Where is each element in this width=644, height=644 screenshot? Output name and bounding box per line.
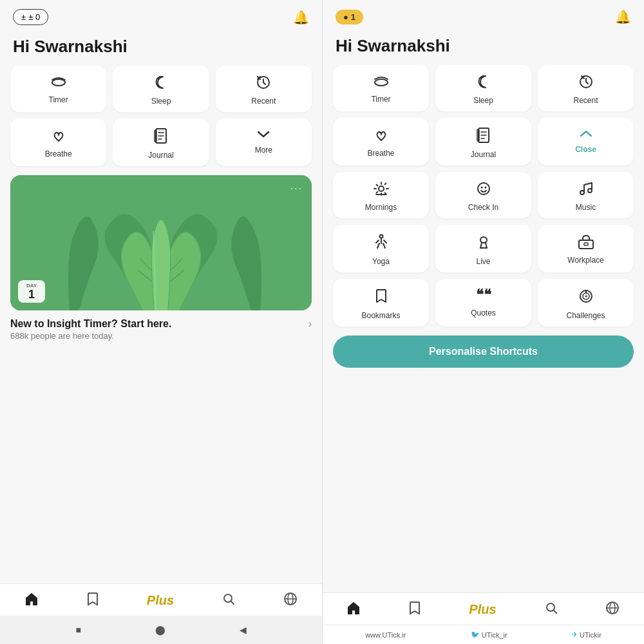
- journal-icon-r: [477, 127, 491, 146]
- svg-point-18: [580, 191, 584, 194]
- journal-icon: [154, 128, 168, 147]
- svg-point-20: [379, 235, 383, 238]
- search-icon: [222, 592, 235, 609]
- shortcut-live[interactable]: Live: [435, 225, 531, 272]
- sleep-label-r: Sleep: [473, 96, 493, 105]
- svg-point-17: [484, 187, 486, 189]
- shortcut-sleep-r[interactable]: Sleep: [435, 65, 531, 111]
- svg-point-6: [224, 594, 232, 602]
- coin-badge[interactable]: ● 1: [336, 10, 363, 24]
- footer-branding: www.UTick.ir 🐦 UTick_ir ✈ UTickir: [323, 625, 644, 644]
- telegram-brand: ✈ UTickir: [572, 630, 601, 639]
- svg-rect-21: [579, 240, 593, 249]
- score-icon: ±: [21, 12, 26, 22]
- right-plus-icon: Plus: [469, 602, 496, 617]
- card-title[interactable]: New to Insight Timer? Start here. ›: [10, 318, 312, 330]
- right-nav-bookmarks[interactable]: [409, 601, 421, 618]
- score-badge[interactable]: ± ± 0: [13, 9, 48, 25]
- bookmark-icon: [87, 592, 99, 609]
- right-shortcuts-grid: Timer Sleep: [323, 65, 644, 327]
- nav-plus[interactable]: Plus: [147, 593, 174, 608]
- right-bookmark-icon: [409, 601, 421, 618]
- svg-point-16: [480, 187, 482, 189]
- challenges-label: Challenges: [566, 311, 605, 320]
- bookmarks-label-r: Bookmarks: [361, 311, 400, 320]
- breathe-label-r: Breathe: [367, 149, 394, 158]
- recent-icon-r: [578, 74, 594, 92]
- music-label: Music: [576, 203, 596, 212]
- left-scroll-area: Timer Sleep: [0, 66, 322, 583]
- shortcut-quotes[interactable]: ❝❝ Quotes: [435, 279, 531, 327]
- shortcut-close[interactable]: Close: [538, 118, 634, 166]
- notification-bell-icon[interactable]: 🔔: [293, 10, 309, 25]
- sleep-label: Sleep: [151, 97, 171, 106]
- recent-label: Recent: [251, 97, 276, 106]
- nav-community[interactable]: [283, 592, 298, 609]
- system-nav: ■ ⬤ ◀: [0, 616, 322, 644]
- shortcut-yoga[interactable]: Yoga: [333, 225, 429, 272]
- journal-label: Journal: [148, 151, 173, 160]
- timer-icon: [50, 75, 68, 91]
- shortcut-journal-r[interactable]: Journal: [435, 118, 531, 166]
- right-notification-bell-icon[interactable]: 🔔: [615, 9, 631, 24]
- sys-back-icon[interactable]: ◀: [240, 625, 247, 635]
- shortcut-bookmarks-r[interactable]: Bookmarks: [333, 279, 429, 327]
- journal-label-r: Journal: [471, 150, 496, 159]
- svg-point-19: [588, 189, 592, 193]
- shortcut-checkin[interactable]: Check In: [435, 172, 531, 218]
- shortcut-mornings[interactable]: Mornings: [333, 172, 429, 218]
- close-label: Close: [575, 145, 596, 154]
- shortcut-timer-r[interactable]: Timer: [333, 65, 429, 111]
- right-nav-home[interactable]: [346, 601, 361, 618]
- challenges-icon: [578, 288, 594, 307]
- timer-icon-r: [372, 74, 390, 91]
- left-panel: ± ± 0 🔔 Hi Swarnakshi Timer: [0, 0, 322, 644]
- right-panel: ● 1 🔔 Hi Swarnakshi Timer: [322, 0, 644, 644]
- shortcut-breathe[interactable]: Breathe: [10, 118, 106, 166]
- shortcut-music[interactable]: Music: [538, 172, 634, 218]
- nav-search[interactable]: [222, 592, 235, 609]
- right-community-icon: [605, 601, 620, 618]
- shortcut-more[interactable]: More: [216, 118, 312, 166]
- sleep-icon: [154, 75, 168, 93]
- shortcut-timer[interactable]: Timer: [10, 66, 106, 112]
- shortcut-workplace[interactable]: Workplace: [538, 225, 634, 272]
- timer-label: Timer: [49, 95, 68, 104]
- right-nav-plus[interactable]: Plus: [469, 602, 496, 617]
- right-bottom-nav: Plus: [323, 592, 644, 625]
- timer-label-r: Timer: [371, 95, 390, 104]
- score-value: ± 0: [28, 12, 40, 22]
- shortcut-recent-r[interactable]: Recent: [538, 65, 634, 111]
- svg-point-10: [375, 79, 388, 86]
- twitter-brand: 🐦 UTick_ir: [471, 630, 507, 639]
- nav-home[interactable]: [24, 592, 39, 609]
- right-nav-search[interactable]: [545, 601, 558, 618]
- sys-square-icon[interactable]: ■: [75, 625, 80, 635]
- right-search-icon: [545, 601, 558, 618]
- right-nav-community[interactable]: [605, 601, 620, 618]
- svg-point-15: [478, 183, 489, 194]
- svg-point-0: [52, 79, 65, 86]
- personalise-shortcuts-button[interactable]: Personalise Shortcuts: [333, 336, 634, 368]
- breathe-label: Breathe: [45, 149, 72, 158]
- nav-bookmarks[interactable]: [87, 592, 99, 609]
- shortcut-breathe-r[interactable]: Breathe: [333, 118, 429, 166]
- svg-point-26: [585, 296, 587, 298]
- shortcut-journal[interactable]: Journal: [113, 118, 209, 166]
- left-header: ± ± 0 🔔: [0, 0, 322, 32]
- svg-rect-22: [584, 243, 588, 245]
- right-scroll-area: Timer Sleep: [323, 65, 644, 592]
- shortcuts-grid: Timer Sleep: [0, 66, 322, 166]
- sys-circle-icon[interactable]: ⬤: [155, 625, 166, 635]
- shortcut-recent[interactable]: Recent: [216, 66, 312, 112]
- coin-icon: ●: [343, 12, 348, 22]
- more-label: More: [255, 146, 272, 155]
- live-icon: [477, 234, 491, 253]
- featured-card[interactable]: ··· DAY 1: [10, 175, 312, 310]
- recent-icon: [256, 75, 271, 93]
- checkin-icon: [476, 181, 491, 199]
- shortcut-challenges[interactable]: Challenges: [538, 279, 634, 327]
- shortcut-sleep[interactable]: Sleep: [113, 66, 209, 112]
- breathe-icon: [51, 128, 66, 146]
- live-label: Live: [476, 257, 490, 266]
